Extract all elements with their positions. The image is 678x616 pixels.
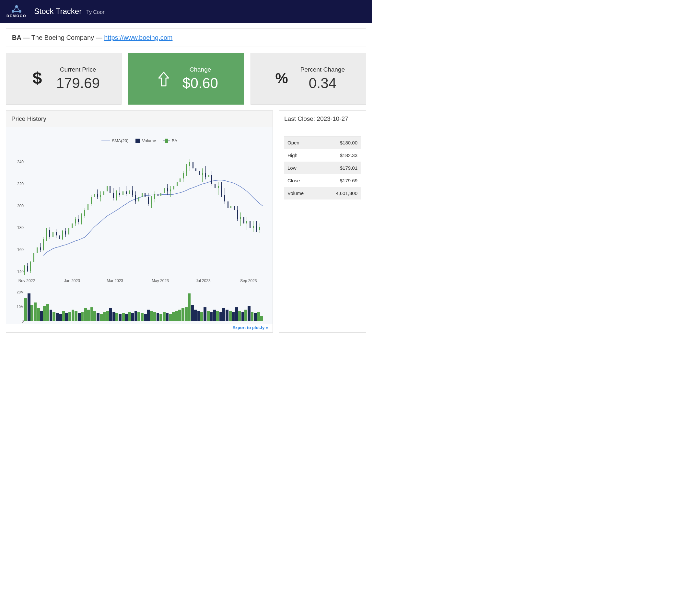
candle[interactable]: [52, 230, 53, 239]
candle[interactable]: [224, 188, 225, 203]
volume-bar[interactable]: [144, 314, 147, 321]
candle[interactable]: [81, 213, 82, 224]
candle[interactable]: [263, 226, 263, 229]
candle[interactable]: [135, 192, 136, 203]
volume-bar[interactable]: [182, 308, 184, 321]
candle[interactable]: [145, 188, 146, 199]
volume-bar[interactable]: [188, 293, 191, 321]
candle[interactable]: [177, 179, 178, 190]
legend-sma[interactable]: SMA(20): [102, 138, 128, 143]
volume-bar[interactable]: [40, 311, 43, 321]
volume-bar[interactable]: [24, 298, 27, 321]
volume-bar[interactable]: [207, 311, 210, 321]
candle[interactable]: [183, 171, 184, 182]
company-url-link[interactable]: https://www.boeing.com: [104, 34, 173, 41]
price-chart[interactable]: 140160180200220240 Nov 2022Jan 2023Mar 2…: [24, 151, 263, 277]
candle[interactable]: [59, 232, 60, 241]
candle[interactable]: [119, 187, 120, 197]
volume-bar[interactable]: [125, 314, 128, 321]
volume-bar[interactable]: [87, 310, 90, 321]
candle[interactable]: [43, 237, 44, 251]
volume-bar[interactable]: [84, 308, 87, 321]
candle[interactable]: [78, 215, 79, 225]
volume-bar[interactable]: [49, 310, 52, 321]
candle[interactable]: [240, 212, 241, 226]
volume-bar[interactable]: [241, 312, 244, 321]
candle[interactable]: [202, 168, 203, 182]
volume-bar[interactable]: [103, 312, 106, 321]
candle[interactable]: [195, 162, 196, 175]
sma-line[interactable]: [43, 180, 263, 255]
candle[interactable]: [157, 187, 158, 198]
candle[interactable]: [230, 201, 231, 215]
candle[interactable]: [151, 196, 152, 208]
volume-bar[interactable]: [257, 312, 260, 321]
candle[interactable]: [256, 221, 257, 232]
candle[interactable]: [87, 201, 88, 212]
volume-bar[interactable]: [191, 305, 194, 321]
volume-bar[interactable]: [244, 310, 247, 321]
volume-chart[interactable]: 010M20M: [24, 292, 263, 321]
volume-bar[interactable]: [90, 307, 93, 321]
volume-bar[interactable]: [112, 312, 115, 321]
volume-bar[interactable]: [163, 312, 165, 321]
export-plotly-link[interactable]: Export to plot.ly »: [232, 325, 268, 330]
candle[interactable]: [40, 243, 41, 252]
volume-bar[interactable]: [56, 313, 59, 321]
candle[interactable]: [180, 175, 181, 186]
candle[interactable]: [138, 195, 139, 206]
volume-bar[interactable]: [216, 311, 219, 321]
volume-bar[interactable]: [37, 308, 40, 321]
volume-bar[interactable]: [194, 310, 197, 321]
candle[interactable]: [174, 184, 174, 193]
volume-bar[interactable]: [235, 307, 238, 321]
candle[interactable]: [218, 182, 219, 195]
legend-ticker[interactable]: BA: [163, 138, 177, 143]
candle[interactable]: [199, 164, 200, 177]
volume-bar[interactable]: [122, 313, 125, 321]
volume-bar[interactable]: [93, 311, 96, 321]
volume-bar[interactable]: [135, 311, 138, 321]
candle[interactable]: [100, 192, 101, 201]
volume-bar[interactable]: [62, 311, 65, 321]
volume-bar[interactable]: [153, 312, 156, 321]
volume-bar[interactable]: [219, 312, 222, 321]
candle[interactable]: [27, 263, 28, 272]
volume-bar[interactable]: [238, 311, 241, 321]
volume-bar[interactable]: [260, 316, 263, 321]
volume-bar[interactable]: [159, 314, 162, 321]
volume-bar[interactable]: [175, 311, 178, 321]
candle[interactable]: [37, 246, 38, 255]
candle[interactable]: [253, 221, 254, 232]
candle[interactable]: [103, 188, 104, 198]
candle[interactable]: [110, 183, 111, 195]
volume-bar[interactable]: [141, 313, 144, 321]
candle[interactable]: [234, 199, 235, 212]
volume-bar[interactable]: [178, 310, 181, 321]
candle[interactable]: [24, 265, 25, 275]
candle[interactable]: [221, 182, 222, 197]
candle[interactable]: [68, 226, 69, 236]
volume-bar[interactable]: [115, 313, 118, 321]
candle[interactable]: [164, 186, 165, 196]
volume-bar[interactable]: [156, 313, 159, 321]
volume-bar[interactable]: [43, 306, 46, 321]
volume-bar[interactable]: [213, 310, 216, 321]
volume-bar[interactable]: [251, 312, 254, 321]
volume-bar[interactable]: [97, 313, 100, 321]
candle[interactable]: [91, 195, 92, 206]
candle[interactable]: [65, 228, 66, 237]
candle[interactable]: [126, 186, 127, 196]
chart-body[interactable]: SMA(20) Volume BA 140160180200220240 Nov…: [6, 127, 272, 324]
candle[interactable]: [49, 227, 50, 239]
volume-bar[interactable]: [185, 307, 188, 321]
volume-bar[interactable]: [210, 312, 213, 321]
candle[interactable]: [250, 217, 251, 230]
volume-bar[interactable]: [78, 313, 81, 321]
candle[interactable]: [97, 190, 98, 200]
candle[interactable]: [142, 191, 143, 201]
candle[interactable]: [246, 217, 247, 230]
volume-bar[interactable]: [197, 311, 200, 321]
candle[interactable]: [148, 193, 149, 206]
volume-bar[interactable]: [138, 312, 140, 321]
